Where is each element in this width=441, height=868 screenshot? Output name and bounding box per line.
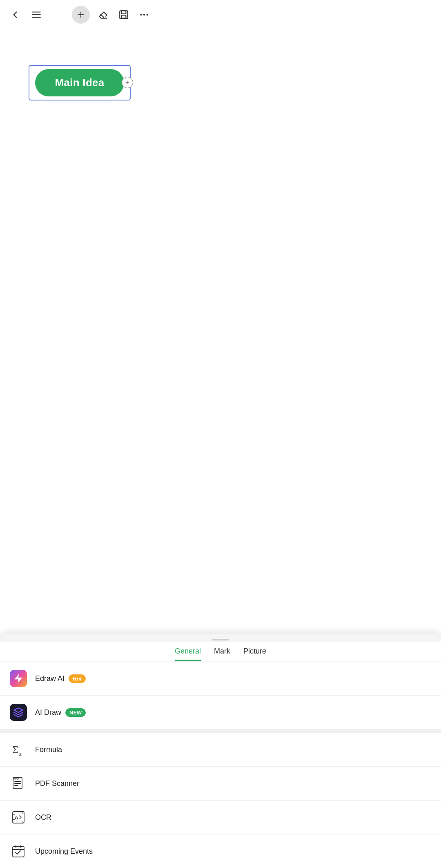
node-wrapper: Main Idea + [35,69,124,96]
save-button[interactable] [117,8,131,22]
main-idea-node[interactable]: Main Idea [35,69,124,96]
svg-point-8 [140,14,142,16]
eraser-button[interactable] [96,8,110,22]
toolbar [0,0,159,29]
add-button[interactable] [72,6,90,24]
back-button[interactable] [8,8,22,22]
canvas-area: Main Idea + [0,29,159,136]
toolbar-right [72,6,151,24]
toolbar-left [8,8,43,22]
menu-button[interactable] [29,8,43,22]
add-child-button[interactable]: + [122,77,133,88]
svg-rect-7 [122,15,126,18]
svg-point-10 [146,14,148,16]
svg-rect-6 [122,11,126,14]
more-button[interactable] [137,8,151,22]
svg-point-9 [143,14,145,16]
